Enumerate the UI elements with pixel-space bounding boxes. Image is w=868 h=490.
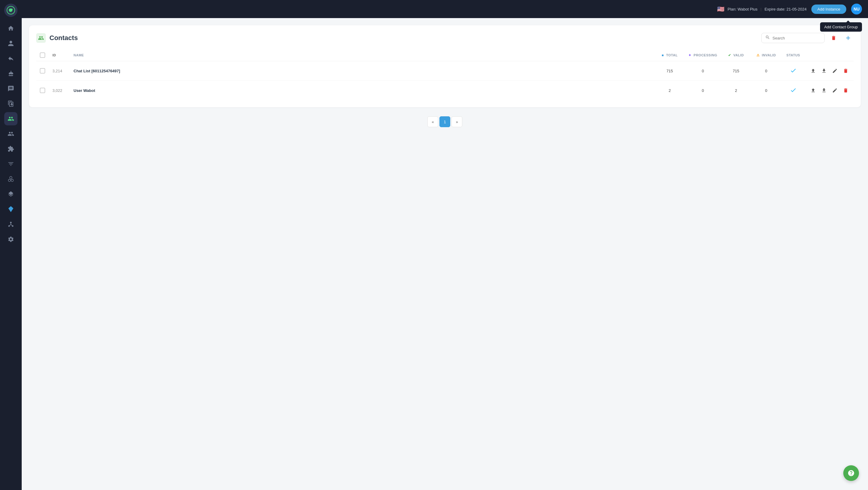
sidebar-item-diamond[interactable] [4,203,18,216]
sidebar-item-settings[interactable] [4,233,18,246]
row-processing-0: 0 [685,61,721,81]
row-invalid-0: 0 [751,61,781,81]
delete-button-0[interactable] [841,67,850,75]
row-name-0: Chat List [601125476497] [70,61,655,81]
plan-info: 🇺🇸 Plan: Wabot Plus | Expire date: 21-05… [717,5,807,13]
bulk-delete-button[interactable] [828,33,839,43]
edit-button-1[interactable] [831,86,839,95]
select-all-checkbox[interactable] [40,53,45,58]
row-status-0 [781,61,805,81]
card-header: Contacts [36,33,854,43]
row-processing-1: 0 [685,81,721,100]
processing-icon: ✦ [688,53,691,57]
col-header-id: ID [49,50,70,61]
upload-button-1[interactable] [809,86,817,95]
search-input[interactable] [772,36,821,40]
contacts-card: Contacts [29,25,861,107]
col-header-name: NAME [70,50,655,61]
table-row: 3,214 Chat List [601125476497] 715 0 715… [36,61,854,81]
sidebar-item-contacts[interactable] [4,112,18,125]
sidebar-item-reply[interactable] [4,52,18,65]
topbar: 🇺🇸 Plan: Wabot Plus | Expire date: 21-05… [22,0,868,18]
sidebar-item-layer[interactable] [4,187,18,201]
invalid-icon: ⚠ [756,53,760,57]
col-header-invalid: ⚠ INVALID [751,50,781,61]
row-total-0: 715 [655,61,685,81]
add-instance-button[interactable]: Add Instance [811,4,846,14]
valid-icon: ✔ [728,53,731,57]
sidebar [0,0,22,490]
sidebar-item-home[interactable] [4,22,18,35]
upload-button-0[interactable] [809,67,817,75]
col-header-valid: ✔ VALID [721,50,751,61]
user-avatar[interactable]: NU [851,4,862,14]
row-name-1: User Wabot [70,81,655,100]
col-header-status: STATUS [781,50,805,61]
sidebar-item-user[interactable] [4,37,18,50]
row-valid-1: 2 [721,81,751,100]
sidebar-item-robot[interactable] [4,67,18,80]
status-check-icon [790,67,797,74]
row-actions-1 [805,81,854,100]
content-area: Add Contact Group Contacts [22,18,868,490]
divider: | [761,7,761,11]
row-checkbox-1[interactable] [40,88,45,93]
delete-button-1[interactable] [841,86,850,95]
sidebar-item-funnel[interactable] [4,157,18,171]
total-icon: ■ [662,53,664,57]
row-id-1: 3,022 [49,81,70,100]
page-title: Contacts [50,34,78,42]
add-contact-group-button[interactable] [843,33,854,43]
sidebar-item-export[interactable] [4,97,18,110]
sidebar-item-chat[interactable] [4,82,18,95]
download-button-0[interactable] [820,67,828,75]
card-actions [761,33,854,43]
col-header-processing: ✦ PROCESSING [685,50,721,61]
row-valid-0: 715 [721,61,751,81]
row-checkbox-0[interactable] [40,68,45,73]
main-area: 🇺🇸 Plan: Wabot Plus | Expire date: 21-05… [22,0,868,490]
row-invalid-1: 0 [751,81,781,100]
search-icon [765,35,770,41]
status-check-icon [790,87,797,93]
page-1-button[interactable]: 1 [439,116,450,127]
add-contact-group-tooltip: Add Contact Group [820,22,862,32]
search-container [761,33,825,43]
flag-icon: 🇺🇸 [717,5,724,13]
row-id-0: 3,214 [49,61,70,81]
row-total-1: 2 [655,81,685,100]
row-status-1 [781,81,805,100]
col-header-actions [805,50,854,61]
contacts-table: ID NAME ■ TOTAL ✦ PROCESSING ✔ VALID [36,50,854,100]
download-button-1[interactable] [820,86,828,95]
sidebar-item-plugin[interactable] [4,142,18,155]
sidebar-item-network[interactable] [4,172,18,186]
table-row: 3,022 User Wabot 2 0 2 0 [36,81,854,100]
contacts-title-icon [36,33,46,43]
pagination: « 1 » [22,116,868,127]
plan-label: Plan: Wabot Plus [727,7,757,11]
sidebar-item-groups[interactable] [4,127,18,141]
expire-label: Expire date: 21-05-2024 [765,7,807,11]
edit-button-0[interactable] [831,67,839,75]
help-button[interactable] [843,465,859,481]
card-title-area: Contacts [36,33,78,43]
col-header-total: ■ TOTAL [655,50,685,61]
next-page-button[interactable]: » [452,116,462,127]
row-actions-0 [805,61,854,81]
sidebar-logo[interactable] [4,4,18,17]
sidebar-item-diagram[interactable] [4,218,18,231]
prev-page-button[interactable]: « [427,116,438,127]
